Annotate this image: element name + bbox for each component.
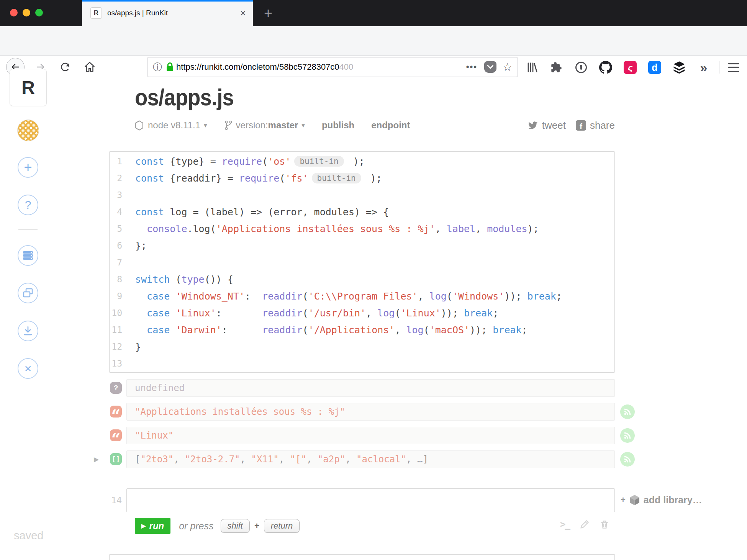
- user-avatar[interactable]: [17, 120, 39, 141]
- string-badge-icon: “: [110, 429, 122, 441]
- output-cell-log-2: “ "Linux": [109, 427, 615, 444]
- window-minimize-button[interactable]: [23, 9, 30, 16]
- blue-extension-button[interactable]: d: [646, 59, 663, 76]
- run-button[interactable]: ▶ run: [135, 518, 170, 534]
- page-actions-icon[interactable]: •••: [466, 62, 477, 72]
- browser-tab[interactable]: R os/apps.js | RunKit ×: [82, 0, 253, 26]
- edit-pencil-icon[interactable]: [580, 519, 590, 529]
- buffer-extension-button[interactable]: [670, 59, 688, 76]
- trash-icon[interactable]: [600, 519, 609, 529]
- run-label: run: [149, 521, 164, 531]
- node-caret-icon: ▾: [204, 121, 207, 129]
- or-press-label: or press: [179, 521, 213, 532]
- shift-keycap: shift: [221, 519, 250, 533]
- output-log-1-text: "Applications installées sous %s : %j": [135, 406, 345, 417]
- new-code-input[interactable]: [126, 488, 615, 512]
- endpoint-button[interactable]: endpoint: [371, 120, 410, 131]
- version-caret-icon: ▾: [301, 121, 305, 129]
- blue-extension-icon: d: [648, 61, 661, 74]
- extension-puzzle-button[interactable]: [548, 59, 565, 76]
- node-version-dropdown[interactable]: node v8.11.1 ▾: [135, 120, 207, 131]
- new-tab-button[interactable]: +: [259, 4, 277, 22]
- plus-separator: +: [254, 521, 259, 531]
- endpoint-rss-icon[interactable]: [620, 404, 635, 419]
- page-title[interactable]: os/apps.js: [135, 84, 234, 111]
- github-icon: [599, 61, 612, 74]
- save-status: saved: [14, 529, 43, 542]
- download-notebook-button[interactable]: [18, 321, 38, 341]
- facebook-icon: f: [576, 120, 586, 131]
- social-row: tweet f share: [519, 118, 615, 133]
- code-editor[interactable]: 1const {type} = require('os'built-in );2…: [109, 151, 615, 373]
- toolbar-overflow-button[interactable]: »: [695, 59, 713, 76]
- add-library-label: add library…: [644, 495, 702, 506]
- clone-icon: [23, 288, 33, 298]
- endpoint-rss-icon[interactable]: [620, 428, 635, 443]
- add-library-plus: +: [621, 495, 626, 505]
- expand-array-toggle[interactable]: ▶: [94, 455, 99, 463]
- environment-button[interactable]: [18, 245, 38, 266]
- onepassword-button[interactable]: [572, 59, 590, 76]
- runkit-favicon: R: [90, 7, 102, 19]
- url-text-dim: 400: [339, 62, 354, 72]
- tab-title: os/apps.js | RunKit: [107, 9, 240, 17]
- reload-button[interactable]: [56, 58, 74, 76]
- window-close-button[interactable]: [10, 9, 18, 16]
- array-badge-icon: []: [110, 453, 122, 465]
- output-cell-undefined: ? undefined: [109, 379, 615, 397]
- pink-extension-icon: ς: [624, 61, 637, 74]
- https-lock-icon[interactable]: [166, 62, 174, 72]
- github-button[interactable]: [597, 59, 614, 76]
- output-cell-log-1: “ "Applications installées sous %s : %j": [109, 403, 615, 421]
- layers-stack-icon: [673, 61, 685, 74]
- next-section-box: [109, 554, 615, 560]
- node-hexagon-icon: [135, 120, 144, 131]
- download-icon: [23, 326, 33, 336]
- package-cube-icon: [629, 494, 641, 506]
- url-text: https://runkit.com/oncletom/58bc5728307c…: [176, 62, 339, 72]
- runkit-logo[interactable]: R: [10, 69, 47, 106]
- help-button[interactable]: ?: [18, 195, 38, 215]
- git-branch-icon: [224, 120, 233, 131]
- add-library-button[interactable]: + add library…: [621, 493, 702, 506]
- pink-extension-button[interactable]: ς: [621, 59, 639, 76]
- output-log-2-text: "Linux": [135, 430, 174, 441]
- onepassword-icon: [575, 61, 588, 74]
- clone-notebook-button[interactable]: [18, 283, 38, 303]
- next-line-number: 14: [109, 488, 126, 512]
- terminal-icon[interactable]: >_: [560, 519, 570, 530]
- reload-icon: [60, 62, 70, 72]
- cell-actions: >_: [560, 519, 609, 530]
- version-label: version:: [236, 120, 268, 131]
- site-info-icon[interactable]: ⓘ: [153, 61, 162, 73]
- play-icon: ▶: [141, 522, 146, 529]
- new-code-row: 14: [109, 488, 615, 512]
- toolbar-divider: [719, 61, 719, 74]
- node-version-label: node v8.11.1: [148, 120, 200, 131]
- notebook-meta-row: node v8.11.1 ▾ version: master ▾ publish…: [135, 118, 427, 133]
- library-button[interactable]: [523, 59, 541, 76]
- return-keycap: return: [264, 519, 300, 533]
- browser-navbar: ⓘ https://runkit.com/oncletom/58bc572830…: [0, 26, 747, 56]
- version-dropdown[interactable]: version: master ▾: [224, 120, 305, 131]
- active-tab-accent: [82, 0, 253, 2]
- share-button[interactable]: share: [590, 120, 615, 131]
- publish-button[interactable]: publish: [322, 120, 354, 131]
- bookmark-star-icon[interactable]: ☆: [503, 61, 512, 74]
- undefined-badge-icon: ?: [110, 382, 122, 394]
- endpoint-rss-icon[interactable]: [620, 452, 635, 467]
- window-controls: [10, 9, 43, 16]
- servers-icon: [23, 250, 33, 261]
- menu-button[interactable]: [727, 61, 740, 74]
- version-value: master: [268, 120, 298, 131]
- twitter-icon: [527, 121, 538, 130]
- delete-notebook-button[interactable]: ×: [18, 358, 38, 379]
- puzzle-icon: [550, 61, 563, 74]
- tweet-button[interactable]: tweet: [542, 120, 566, 131]
- tab-close-icon[interactable]: ×: [240, 8, 246, 18]
- new-notebook-button[interactable]: +: [18, 157, 38, 178]
- pocket-icon[interactable]: [484, 61, 496, 73]
- home-button[interactable]: [80, 58, 99, 76]
- url-bar[interactable]: ⓘ https://runkit.com/oncletom/58bc572830…: [147, 57, 518, 77]
- window-zoom-button[interactable]: [35, 9, 43, 16]
